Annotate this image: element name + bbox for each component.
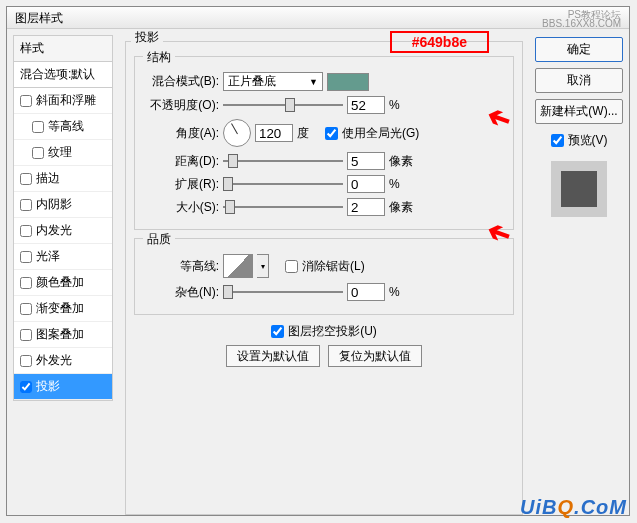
noise-label: 杂色(N): xyxy=(143,284,219,301)
style-checkbox[interactable] xyxy=(20,225,32,237)
styles-list: 样式 混合选项:默认 斜面和浮雕等高线纹理描边内阴影内发光光泽颜色叠加渐变叠加图… xyxy=(13,35,113,401)
preview-row: 预览(V) xyxy=(535,132,623,149)
style-label: 纹理 xyxy=(48,144,72,161)
style-label: 投影 xyxy=(36,378,60,395)
size-unit: 像素 xyxy=(389,199,413,216)
antialias-label: 消除锯齿(L) xyxy=(302,258,365,275)
style-checkbox[interactable] xyxy=(20,329,32,341)
angle-input[interactable] xyxy=(255,124,293,142)
size-input[interactable] xyxy=(347,198,385,216)
style-label: 内发光 xyxy=(36,222,72,239)
style-checkbox[interactable] xyxy=(32,147,44,159)
style-item-9[interactable]: 图案叠加 xyxy=(14,322,112,348)
cancel-button[interactable]: 取消 xyxy=(535,68,623,93)
style-item-0[interactable]: 斜面和浮雕 xyxy=(14,88,112,114)
blend-mode-select[interactable]: 正片叠底 ▼ xyxy=(223,72,323,91)
style-item-5[interactable]: 内发光 xyxy=(14,218,112,244)
styles-panel: 样式 混合选项:默认 斜面和浮雕等高线纹理描边内阴影内发光光泽颜色叠加渐变叠加图… xyxy=(7,29,119,515)
style-item-8[interactable]: 渐变叠加 xyxy=(14,296,112,322)
style-item-7[interactable]: 颜色叠加 xyxy=(14,270,112,296)
color-swatch[interactable] xyxy=(327,73,369,91)
watermark-top: PS教程论坛 BBS.16XX8.COM xyxy=(542,10,621,25)
distance-unit: 像素 xyxy=(389,153,413,170)
style-checkbox[interactable] xyxy=(20,251,32,263)
style-item-10[interactable]: 外发光 xyxy=(14,348,112,374)
antialias-checkbox[interactable] xyxy=(285,260,298,273)
quality-fieldset: 品质 等高线: ▾ 消除锯齿(L) 杂色(N): % xyxy=(134,238,514,315)
preview-label: 预览(V) xyxy=(568,132,608,149)
contour-row: 等高线: ▾ 消除锯齿(L) xyxy=(143,254,505,278)
spread-slider[interactable] xyxy=(223,175,343,193)
panel-box: 结构 混合模式(B): 正片叠底 ▼ 不透明度(O): % xyxy=(125,41,523,515)
size-row: 大小(S): 像素 xyxy=(143,198,505,216)
spread-unit: % xyxy=(389,177,413,191)
knockout-row: 图层挖空投影(U) xyxy=(134,323,514,340)
ok-button[interactable]: 确定 xyxy=(535,37,623,62)
spread-row: 扩展(R): % xyxy=(143,175,505,193)
center-panel: 投影 #649b8e 结构 混合模式(B): 正片叠底 ▼ 不透明度(O): xyxy=(119,29,529,515)
dialog-content: 样式 混合选项:默认 斜面和浮雕等高线纹理描边内阴影内发光光泽颜色叠加渐变叠加图… xyxy=(7,29,629,515)
size-slider[interactable] xyxy=(223,198,343,216)
noise-slider[interactable] xyxy=(223,283,343,301)
global-light-label: 使用全局光(G) xyxy=(342,125,419,142)
noise-unit: % xyxy=(389,285,413,299)
angle-unit: 度 xyxy=(297,125,321,142)
make-default-button[interactable]: 设置为默认值 xyxy=(226,345,320,367)
style-label: 颜色叠加 xyxy=(36,274,84,291)
angle-dial[interactable] xyxy=(223,119,251,147)
style-label: 图案叠加 xyxy=(36,326,84,343)
preview-box xyxy=(551,161,607,217)
contour-label: 等高线: xyxy=(143,258,219,275)
angle-row: 角度(A): 度 使用全局光(G) xyxy=(143,119,505,147)
style-checkbox[interactable] xyxy=(20,277,32,289)
style-item-1[interactable]: 等高线 xyxy=(14,114,112,140)
dialog-title: 图层样式 xyxy=(15,10,63,25)
structure-legend: 结构 xyxy=(143,49,175,66)
style-label: 光泽 xyxy=(36,248,60,265)
noise-input[interactable] xyxy=(347,283,385,301)
styles-header[interactable]: 样式 xyxy=(14,36,112,62)
distance-row: 距离(D): 像素 xyxy=(143,152,505,170)
distance-slider[interactable] xyxy=(223,152,343,170)
new-style-button[interactable]: 新建样式(W)... xyxy=(535,99,623,124)
opacity-input[interactable] xyxy=(347,96,385,114)
blending-options[interactable]: 混合选项:默认 xyxy=(14,62,112,88)
chevron-down-icon: ▼ xyxy=(309,77,318,87)
style-checkbox[interactable] xyxy=(20,199,32,211)
noise-row: 杂色(N): % xyxy=(143,283,505,301)
style-checkbox[interactable] xyxy=(20,355,32,367)
style-label: 等高线 xyxy=(48,118,84,135)
opacity-unit: % xyxy=(389,98,413,112)
contour-dropdown[interactable]: ▾ xyxy=(257,254,269,278)
style-item-2[interactable]: 纹理 xyxy=(14,140,112,166)
knockout-checkbox[interactable] xyxy=(271,325,284,338)
style-item-6[interactable]: 光泽 xyxy=(14,244,112,270)
preview-thumbnail xyxy=(561,171,597,207)
reset-default-button[interactable]: 复位为默认值 xyxy=(328,345,422,367)
global-light-checkbox[interactable] xyxy=(325,127,338,140)
opacity-slider[interactable] xyxy=(223,96,343,114)
style-checkbox[interactable] xyxy=(20,173,32,185)
style-checkbox[interactable] xyxy=(20,95,32,107)
opacity-row: 不透明度(O): % xyxy=(143,96,505,114)
angle-label: 角度(A): xyxy=(143,125,219,142)
quality-legend: 品质 xyxy=(143,231,175,248)
contour-picker[interactable] xyxy=(223,254,253,278)
style-checkbox[interactable] xyxy=(32,121,44,133)
titlebar: 图层样式 PS教程论坛 BBS.16XX8.COM xyxy=(7,7,629,29)
size-label: 大小(S): xyxy=(143,199,219,216)
style-label: 渐变叠加 xyxy=(36,300,84,317)
distance-input[interactable] xyxy=(347,152,385,170)
preview-checkbox[interactable] xyxy=(551,134,564,147)
style-label: 外发光 xyxy=(36,352,72,369)
defaults-row: 设置为默认值 复位为默认值 xyxy=(134,345,514,367)
style-checkbox[interactable] xyxy=(20,303,32,315)
style-item-11[interactable]: 投影 xyxy=(14,374,112,400)
spread-label: 扩展(R): xyxy=(143,176,219,193)
style-label: 内阴影 xyxy=(36,196,72,213)
style-checkbox[interactable] xyxy=(20,381,32,393)
spread-input[interactable] xyxy=(347,175,385,193)
style-item-4[interactable]: 内阴影 xyxy=(14,192,112,218)
color-annotation: #649b8e xyxy=(390,31,489,53)
style-item-3[interactable]: 描边 xyxy=(14,166,112,192)
